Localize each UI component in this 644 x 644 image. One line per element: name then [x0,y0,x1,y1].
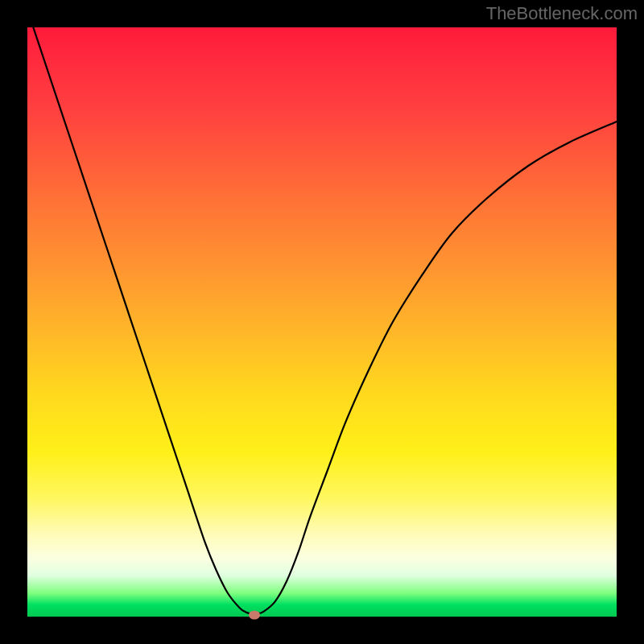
optimal-point-marker [249,610,260,619]
bottleneck-curve [27,27,617,617]
watermark-text: TheBottleneck.com [486,3,638,24]
chart-plot-area [27,27,617,617]
